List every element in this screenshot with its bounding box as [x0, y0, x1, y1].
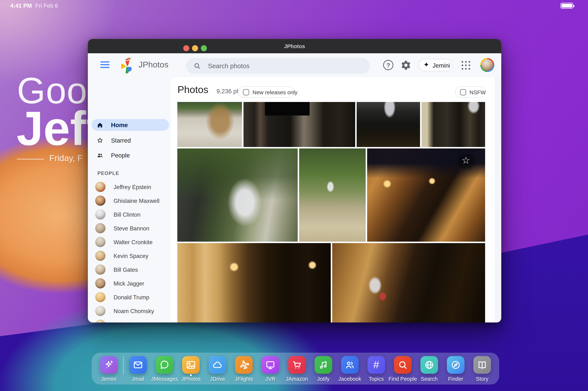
dock: Jemini Jmail JMessages — [92, 353, 499, 384]
sidebar: Home Starred People PEOPLE Jeffrey Epste… — [88, 77, 171, 322]
favorite-star-icon[interactable]: ☆ — [452, 150, 480, 174]
dock-label: Story — [463, 376, 502, 382]
filter-label: NSFW — [470, 89, 486, 96]
person-avatar — [95, 196, 105, 206]
globe-icon — [420, 356, 438, 374]
photo-tile[interactable] — [421, 102, 485, 147]
sidebar-item-starred[interactable]: Starred — [92, 134, 169, 146]
people-icon — [341, 356, 359, 374]
person-row[interactable]: Bill Clinton — [92, 209, 169, 220]
home-icon — [97, 122, 103, 128]
dock-item-jemini[interactable]: Jemini — [97, 356, 121, 383]
scrollbar-track[interactable] — [495, 77, 501, 322]
person-name: Richard Branson — [113, 322, 156, 322]
app-toolbar: JPhotos ? ✦ Jemini — [88, 53, 501, 77]
photos-content: Photos 9,236 photos New releases only NS… — [171, 77, 501, 322]
person-avatar — [95, 292, 105, 302]
sidebar-item-label: People — [111, 152, 130, 159]
cart-icon — [288, 356, 306, 374]
people-section-header: PEOPLE — [98, 171, 119, 176]
search-icon — [194, 63, 201, 70]
person-avatar — [95, 209, 105, 220]
sparkle-icon — [100, 356, 118, 374]
person-row[interactable]: Mick Jagger — [92, 278, 169, 289]
magnifier-icon — [394, 356, 412, 374]
nsfw-filter[interactable]: NSFW — [455, 86, 485, 98]
checkbox-icon[interactable] — [243, 89, 249, 95]
app-name: JPhotos — [139, 60, 169, 70]
person-row[interactable]: Ghislaine Maxwell — [92, 195, 169, 206]
photo-tile[interactable] — [177, 148, 298, 242]
person-avatar — [95, 319, 105, 322]
envelope-icon — [129, 356, 147, 374]
person-name: Jeffrey Epstein — [113, 184, 151, 191]
clock-time: 4:41 PM — [10, 2, 32, 9]
photo-tile[interactable] — [357, 102, 420, 147]
apps-grid-icon[interactable] — [462, 61, 470, 70]
dock-divider — [123, 356, 124, 375]
checkbox-icon[interactable] — [460, 89, 466, 95]
search-bar[interactable] — [186, 58, 370, 74]
gear-icon[interactable] — [400, 60, 411, 71]
person-row[interactable]: Bill Gates — [92, 264, 169, 275]
cloud-icon — [208, 356, 226, 374]
filter-label: New releases only — [252, 89, 297, 96]
person-avatar — [95, 237, 105, 247]
jphotos-window: JPhotos JPhotos — [88, 39, 501, 322]
person-row[interactable]: Richard Branson — [92, 319, 169, 322]
window-title: JPhotos — [88, 43, 501, 49]
photo-tile[interactable]: ☆ — [367, 148, 485, 242]
jphotos-logo-icon — [118, 56, 136, 75]
sidebar-item-label: Starred — [111, 137, 131, 144]
photo-tile[interactable] — [177, 243, 331, 322]
plane-icon — [235, 356, 253, 374]
photo-tile[interactable] — [332, 243, 485, 322]
search-input[interactable] — [208, 58, 362, 74]
sidebar-item-home[interactable]: Home — [92, 119, 169, 131]
monitor-icon — [262, 356, 279, 374]
chat-icon — [156, 356, 173, 374]
new-releases-filter[interactable]: New releases only — [238, 86, 294, 98]
photo-tile[interactable] — [177, 102, 242, 147]
page-title: Photos — [178, 84, 208, 95]
battery-full-icon — [560, 3, 573, 9]
avatar-photo — [482, 59, 493, 71]
book-icon — [473, 356, 491, 374]
jemini-label: Jemini — [433, 62, 450, 69]
menu-bar: 4:41 PM Fri Feb 6 — [0, 0, 588, 12]
greeting-divider — [17, 159, 44, 160]
person-row[interactable]: Jeffrey Epstein — [92, 181, 169, 192]
person-avatar — [95, 306, 105, 316]
photo-tile[interactable] — [243, 102, 355, 147]
music-icon — [315, 356, 332, 374]
person-name: Noam Chomsky — [113, 308, 154, 314]
person-avatar — [95, 278, 105, 289]
sidebar-item-label: Home — [111, 122, 128, 129]
account-avatar[interactable] — [480, 58, 494, 72]
people-icon — [97, 152, 103, 159]
window-titlebar: JPhotos — [88, 39, 501, 53]
person-name: Donald Trump — [113, 294, 149, 301]
clock-date: Fri Feb 6 — [35, 2, 58, 9]
hashtag-icon: # — [368, 356, 385, 374]
dock-item-story[interactable]: Story — [470, 356, 494, 383]
photo-tile[interactable] — [299, 148, 366, 242]
help-icon[interactable]: ? — [383, 60, 393, 70]
star-icon — [97, 137, 103, 144]
person-avatar — [95, 182, 105, 192]
person-row[interactable]: Kevin Spacey — [92, 250, 169, 261]
person-row[interactable]: Noam Chomsky — [92, 305, 169, 316]
sidebar-item-people[interactable]: People — [92, 149, 169, 161]
person-row[interactable]: Steve Bannon — [92, 223, 169, 234]
person-name: Walter Cronkite — [113, 239, 153, 246]
person-name: Ghislaine Maxwell — [113, 198, 160, 204]
person-name: Mick Jagger — [113, 280, 144, 287]
person-row[interactable]: Donald Trump — [92, 292, 169, 303]
person-row[interactable]: Walter Cronkite — [92, 236, 169, 248]
sparkle-icon: ✦ — [423, 61, 429, 69]
person-avatar — [95, 264, 105, 275]
jemini-button[interactable]: ✦ Jemini — [418, 59, 453, 71]
hamburger-menu-icon[interactable] — [100, 61, 109, 69]
image-icon — [182, 356, 200, 374]
person-name: Bill Gates — [113, 267, 138, 273]
